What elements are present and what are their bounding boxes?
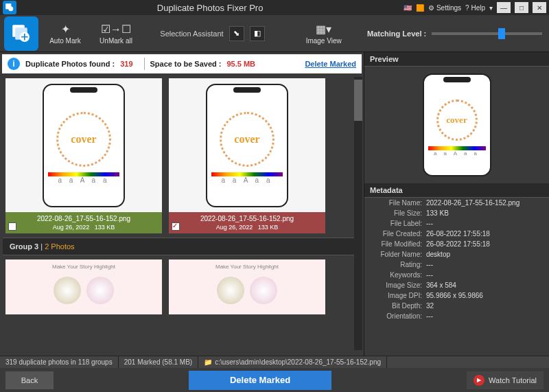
thumbnail-image: covera a A a a [169,78,325,212]
back-button[interactable]: Back [5,371,54,389]
selection-assistant-btn1[interactable]: ⬊ [229,26,244,41]
language-flag-us[interactable]: 🇺🇸 [404,4,412,12]
arrow-icon: ⬊ [233,29,240,38]
toolbar: ✦ Auto Mark ☑→☐ UnMark all Selection Ass… [0,15,549,52]
help-link[interactable]: ? Help [465,4,485,12]
space-label: Space to be Saved : [150,60,222,68]
status-bar: 319 duplicate photos in 118 groups 201 M… [0,356,549,368]
slider-thumb[interactable] [498,28,505,39]
selection-assistant-label: Selection Assistant [160,30,223,38]
info-bar: i Duplicate Photos found : 319 Space to … [2,54,362,73]
thumbnail-checkbox[interactable] [8,222,16,231]
window-title: Duplicate Photos Fixer Pro [16,3,404,13]
eraser-icon: ◧ [254,29,261,38]
preview-panel: Preview covera a A a a Metadata File Nam… [364,52,549,356]
help-dropdown-icon[interactable]: ▾ [489,4,493,12]
thumbnail-filename: 2022-08-26_17-55-16-152.png [10,215,158,222]
info-icon: i [8,58,20,70]
language-flag-alt[interactable]: 🟧 [416,4,424,12]
status-duplicates: 319 duplicate photos in 118 groups [0,356,119,368]
status-path: 📁c:\users\admin\desktop\2022-08-26_17-55… [198,356,387,368]
matching-level-label: Matching Level : [367,30,426,38]
svg-point-1 [8,6,13,11]
watch-tutorial-button[interactable]: ▶ Watch Tutorial [467,371,544,389]
thumbnail[interactable]: covera a A a a 2022-08-26_17-55-16-152.p… [169,78,325,233]
status-marked: 201 Marked (58.1 MB) [119,356,199,368]
delete-marked-link[interactable]: Delete Marked [305,60,356,68]
footer: Back Delete Marked ▶ Watch Tutorial [0,368,549,392]
auto-mark-button[interactable]: ✦ Auto Mark [41,17,89,50]
found-count: 319 [120,60,132,68]
thumbnail-checkbox[interactable] [172,222,180,231]
app-logo-small [3,1,16,14]
results-panel: i Duplicate Photos found : 319 Space to … [0,52,364,356]
image-view-button[interactable]: ▦▾ Image View [303,17,344,50]
unmark-all-button[interactable]: ☑→☐ UnMark all [92,17,140,50]
preview-header: Preview [364,52,549,67]
folder-icon: 📁 [204,358,212,366]
grid-icon: ▦▾ [316,23,331,36]
minimize-button[interactable]: — [497,2,511,13]
selection-assistant-btn2[interactable]: ◧ [250,26,265,41]
space-value: 95.5 MB [226,60,255,68]
app-logo [4,16,38,51]
settings-link[interactable]: ⚙ Settings [428,4,461,12]
results-scrollbar[interactable] [354,77,362,350]
maximize-button[interactable]: □ [515,2,528,13]
unmark-icon: ☑→☐ [101,23,131,36]
close-button[interactable]: ✕ [533,2,546,13]
thumbnail-image: covera a A a a [5,78,162,212]
preview-image: covera a A a a [364,67,549,183]
thumbnail-filename: 2022-08-26_17-55-16-152.png [173,215,321,222]
group-header[interactable]: Group 3 | 2 Photos [3,238,361,255]
thumbnail-caption: 2022-08-26_17-55-16-152.png Aug 26, 2022… [5,212,162,233]
titlebar: Duplicate Photos Fixer Pro 🇺🇸 🟧 ⚙ Settin… [0,0,549,15]
found-label: Duplicate Photos found : [25,60,115,68]
thumbnail[interactable]: Make Your Story Highlight [5,260,162,314]
metadata-table: File Name:2022-08-26_17-55-16-152.png Fi… [364,198,549,321]
thumbnail[interactable]: Make Your Story Highlight [169,260,325,314]
matching-level-slider[interactable] [432,32,542,35]
thumbnail-caption: 2022-08-26_17-55-16-152.png Aug 26, 2022… [169,212,325,233]
delete-marked-button[interactable]: Delete Marked [189,371,331,390]
play-icon: ▶ [474,375,484,386]
metadata-header: Metadata [364,183,549,198]
wand-icon: ✦ [61,23,70,36]
thumbnail[interactable]: covera a A a a 2022-08-26_17-55-16-152.p… [5,78,162,233]
